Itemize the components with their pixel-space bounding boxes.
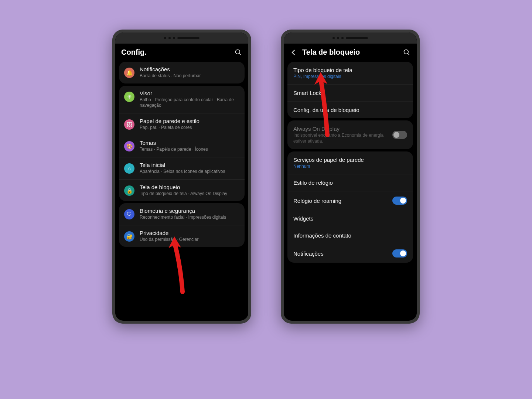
setting-subtitle: Pap. par. · Paleta de cores xyxy=(140,125,239,131)
lockscreen-settings-screen: Tela de bloqueio Tipo de bloqueio de tel… xyxy=(284,44,417,318)
setting-config-da-tela-de-bloqueio[interactable]: Config. da tela de bloqueio xyxy=(287,102,413,118)
setting-subtitle: Brilho · Proteção para conforto ocular ·… xyxy=(140,97,239,109)
setting-title: Notificações xyxy=(140,66,239,72)
bell-icon: 🔔 xyxy=(124,68,134,78)
setting-informa-es-de-contato[interactable]: Informações de contato xyxy=(287,227,413,244)
setting-title: Privacidade xyxy=(140,230,239,236)
theme-icon: 🎨 xyxy=(124,141,134,151)
setting-title: Papel de parede e estilo xyxy=(140,118,239,124)
search-icon[interactable] xyxy=(234,48,242,57)
setting-title: Widgets xyxy=(293,215,407,222)
setting-widgets[interactable]: Widgets xyxy=(287,210,413,227)
toggle-always-on-display xyxy=(392,131,407,139)
setting-papel-de-parede-e-estilo[interactable]: 🖼Papel de parede e estiloPap. par. · Pal… xyxy=(119,113,245,136)
setting-title: Informações de contato xyxy=(293,232,407,239)
setting-estilo-de-rel-gio[interactable]: Estilo de relógio xyxy=(287,174,413,191)
setting-tipo-de-bloqueio-de-tela[interactable]: Tipo de bloqueio de telaPIN, Impressões … xyxy=(287,62,413,85)
toggle-notifica-es[interactable] xyxy=(392,249,407,258)
toggle-rel-gio-de-roaming[interactable] xyxy=(392,197,407,205)
setting-tela-inicial[interactable]: ⌂Tela inicialAparência · Selos nos ícone… xyxy=(119,157,245,180)
screen-header: Tela de bloqueio xyxy=(284,44,417,59)
setting-title: Temas xyxy=(140,140,239,146)
setting-rel-gio-de-roaming[interactable]: Relógio de roaming xyxy=(287,191,413,210)
setting-visor[interactable]: ☀VisorBrilho · Proteção para conforto oc… xyxy=(119,86,245,113)
setting-subtitle: Nenhum xyxy=(293,164,407,169)
settings-screen: Config. 🔔NotificaçõesBarra de status · N… xyxy=(115,44,248,318)
phone-right: Tela de bloqueio Tipo de bloqueio de tel… xyxy=(281,30,420,324)
privacy-icon: 🔐 xyxy=(124,231,134,242)
setting-title: Always On Display xyxy=(293,126,389,132)
setting-subtitle: PIN, Impressões digitais xyxy=(293,74,407,79)
setting-title: Config. da tela de bloqueio xyxy=(293,107,407,113)
svg-point-3 xyxy=(404,50,409,54)
setting-title: Estilo de relógio xyxy=(293,180,407,186)
svg-point-0 xyxy=(236,50,240,54)
setting-biometria-e-seguran-a[interactable]: 🛡Biometria e segurançaReconhecimento fac… xyxy=(119,203,245,225)
setting-subtitle: Indisponível enquanto a Economia de ener… xyxy=(293,133,389,144)
setting-smart-lock[interactable]: Smart Lock xyxy=(287,85,413,102)
back-icon[interactable] xyxy=(290,48,298,57)
phone-left: Config. 🔔NotificaçõesBarra de status · N… xyxy=(112,30,251,324)
setting-title: Serviços de papel de parede xyxy=(293,157,407,163)
setting-title: Relógio de roaming xyxy=(293,198,392,204)
svg-line-4 xyxy=(408,53,409,55)
setting-subtitle: Aparência · Selos nos ícones de aplicati… xyxy=(140,169,239,175)
setting-title: Biometria e segurança xyxy=(140,208,239,214)
shield-icon: 🛡 xyxy=(124,209,134,219)
svg-line-1 xyxy=(239,53,241,55)
setting-tela-de-bloqueio[interactable]: 🔒Tela de bloqueioTipo de bloqueio de tel… xyxy=(119,180,245,201)
setting-subtitle: Tipo de bloqueio de tela · Always On Dis… xyxy=(140,191,239,197)
setting-privacidade[interactable]: 🔐PrivacidadeUso da permissão · Gerenciar xyxy=(119,225,245,247)
sun-icon: ☀ xyxy=(124,92,134,102)
wallpaper-icon: 🖼 xyxy=(124,119,134,130)
home-icon: ⌂ xyxy=(124,163,134,174)
setting-notifica-es[interactable]: 🔔NotificaçõesBarra de status · Não pertu… xyxy=(119,62,245,83)
setting-title: Visor xyxy=(140,90,239,96)
setting-title: Notificações xyxy=(293,250,392,257)
setting-title: Tela de bloqueio xyxy=(140,184,239,190)
setting-subtitle: Barra de status · Não perturbar xyxy=(140,73,239,79)
setting-title: Smart Lock xyxy=(293,90,407,96)
setting-title: Tipo de bloqueio de tela xyxy=(293,67,407,73)
setting-title: Tela inicial xyxy=(140,162,239,168)
setting-subtitle: Uso da permissão · Gerenciar xyxy=(140,237,239,243)
page-title: Config. xyxy=(121,48,230,57)
setting-notifica-es[interactable]: Notificações xyxy=(287,244,413,263)
search-icon[interactable] xyxy=(403,48,411,57)
setting-always-on-display: Always On Display Indisponível enquanto … xyxy=(287,120,413,149)
page-title: Tela de bloqueio xyxy=(302,48,398,57)
setting-subtitle: Reconhecimento facial · Impressões digit… xyxy=(140,215,239,221)
screen-header: Config. xyxy=(115,44,248,59)
setting-temas[interactable]: 🎨TemasTemas · Papéis de parede · Ícones xyxy=(119,135,245,157)
lock-icon: 🔒 xyxy=(124,185,134,196)
setting-servi-os-de-papel-de-parede[interactable]: Serviços de papel de paredeNenhum xyxy=(287,151,413,174)
setting-subtitle: Temas · Papéis de parede · Ícones xyxy=(140,147,239,153)
